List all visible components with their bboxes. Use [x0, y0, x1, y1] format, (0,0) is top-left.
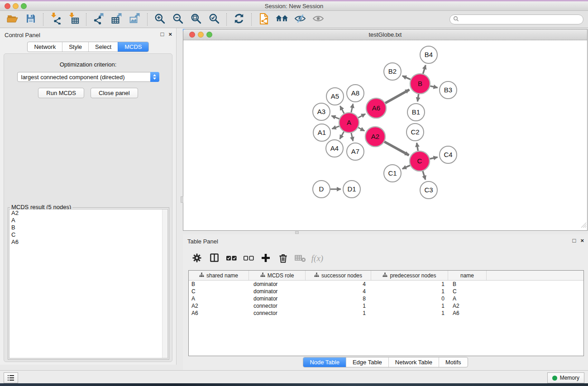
- graph-node-D[interactable]: D: [313, 181, 330, 198]
- graph-node-A2[interactable]: A2: [365, 127, 385, 147]
- close-traffic-light[interactable]: [189, 32, 195, 38]
- graph-node-C4[interactable]: C4: [440, 146, 457, 163]
- graph-node-B1[interactable]: B1: [407, 104, 425, 121]
- graph-node-A1[interactable]: A1: [313, 124, 330, 141]
- table-row[interactable]: Bdominator41B: [189, 281, 583, 288]
- table-cell[interactable]: B: [448, 281, 487, 288]
- graph-node-B3[interactable]: B3: [440, 81, 457, 99]
- close-panel-icon[interactable]: ×: [580, 238, 584, 243]
- search-input[interactable]: [461, 16, 583, 23]
- table-cell[interactable]: A6: [448, 310, 487, 317]
- table-cell[interactable]: 1: [371, 310, 448, 317]
- settings-button[interactable]: [188, 252, 206, 265]
- select-all-button[interactable]: [223, 252, 240, 265]
- splitter-grip[interactable]: [295, 231, 299, 234]
- run-mcds-button[interactable]: Run MCDS: [38, 88, 84, 98]
- graph-node-A6[interactable]: A6: [366, 98, 386, 118]
- new-network-from-file-button[interactable]: [255, 12, 273, 27]
- graph-node-B[interactable]: B: [410, 74, 430, 94]
- graph-node-B4[interactable]: B4: [420, 46, 437, 63]
- table-cell[interactable]: A6: [189, 310, 249, 317]
- export-image-button[interactable]: [126, 12, 144, 27]
- graph-node-A5[interactable]: A5: [326, 88, 344, 105]
- column-header-MCDS-role[interactable]: MCDS role: [249, 271, 306, 280]
- table-cell[interactable]: A2: [189, 302, 249, 310]
- graph-node-C2[interactable]: C2: [406, 124, 424, 141]
- table-cell[interactable]: 1: [306, 310, 371, 317]
- import-table-button[interactable]: [65, 12, 83, 27]
- table-cell[interactable]: 4: [306, 288, 371, 295]
- refresh-button[interactable]: [230, 12, 248, 27]
- zoom-in-button[interactable]: [151, 12, 169, 27]
- table-cell[interactable]: C: [189, 288, 249, 295]
- table-row[interactable]: Cdominator41C: [189, 288, 583, 295]
- mcds-result-item[interactable]: A: [10, 217, 167, 224]
- graph-node-A4[interactable]: A4: [326, 140, 343, 157]
- tab-mcds[interactable]: MCDS: [118, 42, 148, 52]
- table-cell[interactable]: connector: [249, 310, 306, 317]
- delete-column-button[interactable]: [274, 252, 292, 265]
- table-cell[interactable]: 4: [306, 281, 371, 288]
- column-header-predecessor-nodes[interactable]: predecessor nodes: [371, 271, 448, 280]
- float-panel-icon[interactable]: □: [573, 238, 576, 243]
- import-network-button[interactable]: [47, 12, 65, 27]
- mcds-result-item[interactable]: A6: [10, 238, 167, 246]
- table-cell[interactable]: A: [448, 295, 487, 302]
- zoom-traffic-light[interactable]: [206, 32, 212, 38]
- table-cell[interactable]: dominator: [249, 295, 306, 302]
- table-cell[interactable]: 1: [371, 288, 448, 295]
- table-cell[interactable]: 0: [371, 295, 448, 302]
- table-cell[interactable]: C: [448, 288, 487, 295]
- graph-node-C[interactable]: C: [410, 151, 430, 171]
- network-window-titlebar[interactable]: testGlobe.txt: [183, 29, 587, 40]
- table-cell[interactable]: dominator: [249, 288, 306, 295]
- home-button[interactable]: [273, 12, 291, 27]
- graph-node-A7[interactable]: A7: [347, 143, 364, 160]
- hide-panel-button[interactable]: [291, 12, 309, 27]
- graph-node-D1[interactable]: D1: [343, 181, 360, 198]
- add-column-button[interactable]: [257, 252, 274, 265]
- table-cell[interactable]: 1: [306, 302, 371, 310]
- table-cell[interactable]: 1: [371, 302, 448, 310]
- graph-node-B2[interactable]: B2: [384, 63, 401, 80]
- table-cell[interactable]: dominator: [249, 281, 306, 288]
- mcds-result-item[interactable]: B: [10, 224, 167, 231]
- column-header-successor-nodes[interactable]: successor nodes: [306, 271, 371, 280]
- close-panel-button[interactable]: Close panel: [91, 88, 138, 98]
- open-file-button[interactable]: [4, 12, 22, 27]
- tab-network[interactable]: Network: [28, 42, 62, 52]
- scrollbar-track[interactable]: [162, 210, 167, 358]
- columns-button[interactable]: [206, 252, 223, 265]
- close-panel-icon[interactable]: ×: [168, 31, 172, 37]
- minimize-traffic-light[interactable]: [198, 32, 204, 38]
- network-canvas[interactable]: A A1 A2 A3 A4 A5 A6 A7 A8 B B1 B2 B3: [183, 40, 587, 230]
- tab-network-table[interactable]: Network Table: [388, 357, 439, 367]
- zoom-selected-button[interactable]: [205, 12, 223, 27]
- memory-button[interactable]: Memory: [547, 372, 584, 383]
- table-row[interactable]: A6connector11A6: [189, 310, 583, 317]
- graph-node-A8[interactable]: A8: [347, 85, 364, 102]
- table-cell[interactable]: B: [189, 281, 249, 288]
- table-row[interactable]: A2connector11A2: [189, 302, 583, 310]
- zoom-out-button[interactable]: [169, 12, 187, 27]
- column-header-name[interactable]: name: [448, 271, 487, 280]
- tab-node-table[interactable]: Node Table: [303, 357, 346, 367]
- table-cell[interactable]: 8: [306, 295, 371, 302]
- search-box[interactable]: [449, 14, 583, 24]
- zoom-fit-button[interactable]: [187, 12, 205, 27]
- mcds-result-item[interactable]: A2: [10, 210, 167, 217]
- graph-node-C1[interactable]: C1: [384, 165, 401, 182]
- table-cell[interactable]: A2: [448, 302, 487, 310]
- tab-motifs[interactable]: Motifs: [439, 357, 468, 367]
- criterion-select[interactable]: largest connected component (directed): [17, 72, 159, 82]
- graph-node-A[interactable]: A: [339, 113, 359, 133]
- task-history-button[interactable]: [4, 372, 18, 383]
- tab-edge-table[interactable]: Edge Table: [346, 357, 388, 367]
- graph-node-A3[interactable]: A3: [313, 103, 330, 120]
- splitter-grip[interactable]: [181, 196, 183, 203]
- save-session-button[interactable]: [22, 12, 40, 27]
- graph-node-C3[interactable]: C3: [420, 181, 437, 199]
- table-cell[interactable]: connector: [249, 302, 306, 310]
- table-row[interactable]: Adominator80A: [189, 295, 583, 302]
- deselect-all-button[interactable]: [240, 252, 257, 265]
